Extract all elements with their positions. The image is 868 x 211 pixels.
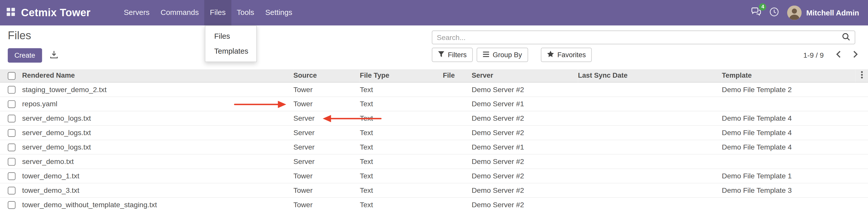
table-row[interactable]: server_demo_logs.txt Server Text Demo Se… [0,125,868,140]
app-screen: Cetmix Tower Servers Commands Files Tool… [0,0,868,211]
avatar [787,6,802,20]
user-menu-button[interactable]: Mitchell Admin [787,6,859,20]
col-header-server[interactable]: Server [472,69,578,82]
row-checkbox[interactable] [8,115,16,122]
search-submit-button[interactable] [838,32,855,42]
row-checkbox[interactable] [8,144,16,151]
row-checkbox[interactable] [8,201,16,209]
action-buttons: Create [8,48,59,63]
group-by-button[interactable]: Group By [477,48,528,62]
cell-file-type: Text [360,197,443,211]
clock-icon [770,7,779,19]
funnel-icon [438,51,444,59]
table-row[interactable]: staging_tower_demo_2.txt Tower Text Demo… [0,82,868,96]
col-header-template[interactable]: Template [722,69,855,82]
cell-last-sync-date [578,197,722,211]
files-table-body: staging_tower_demo_2.txt Tower Text Demo… [0,82,868,211]
search-options: Filters Group By Favorites [432,48,592,62]
files-dropdown-menu: Files Templates [205,26,257,62]
cell-server: Demo Server #2 [472,183,578,197]
cell-template: Demo File Template 4 [722,111,855,125]
table-row[interactable]: tower_demo_3.txt Tower Text Demo Server … [0,183,868,197]
cell-spacer [855,197,868,211]
cell-spacer [855,82,868,96]
cell-server: Demo Server #2 [472,111,578,125]
row-checkbox[interactable] [8,100,16,108]
cell-last-sync-date [578,125,722,140]
row-select-cell [0,183,22,197]
cell-rendered-name: server_demo_logs.txt [22,111,293,125]
cell-rendered-name: tower_demo_without_template_staging.txt [22,197,293,211]
cell-template: Demo File Template 4 [722,140,855,154]
cell-template [722,96,855,111]
col-header-rendered-name[interactable]: Rendered Name [22,69,293,82]
filters-button[interactable]: Filters [432,48,473,62]
dropdown-item-files[interactable]: Files [206,29,256,44]
cell-file [443,169,472,183]
favorites-button[interactable]: Favorites [541,48,592,62]
menu-servers[interactable]: Servers [118,0,155,26]
select-all-checkbox[interactable] [8,72,16,80]
table-row[interactable]: tower_demo_1.txt Tower Text Demo Server … [0,169,868,183]
table-row[interactable]: tower_demo_without_template_staging.txt … [0,197,868,211]
cell-rendered-name: tower_demo_3.txt [22,183,293,197]
create-button[interactable]: Create [8,48,42,63]
cell-template: Demo File Template 2 [722,82,855,96]
cell-last-sync-date [578,96,722,111]
cell-last-sync-date [578,169,722,183]
cell-file [443,197,472,211]
cell-last-sync-date [578,111,722,125]
cell-source: Tower [293,82,360,96]
row-checkbox[interactable] [8,86,16,94]
table-row[interactable]: server_demo_logs.txt Server Text Demo Se… [0,111,868,125]
cell-source: Tower [293,169,360,183]
col-header-file-type[interactable]: File Type [360,69,443,82]
row-select-cell [0,140,22,154]
col-header-last-sync-date[interactable]: Last Sync Date [578,69,722,82]
cell-source: Tower [293,96,360,111]
cell-file-type: Text [360,169,443,183]
favorites-label: Favorites [557,51,586,59]
messages-menu-button[interactable]: 4 [751,7,761,18]
col-header-source[interactable]: Source [293,69,360,82]
row-checkbox[interactable] [8,129,16,137]
menu-commands[interactable]: Commands [155,0,204,26]
cell-spacer [855,140,868,154]
search-input[interactable] [432,33,837,41]
menu-tools[interactable]: Tools [231,0,260,26]
activities-menu-button[interactable] [770,7,779,19]
dropdown-item-templates[interactable]: Templates [206,44,256,59]
cell-last-sync-date [578,183,722,197]
select-all-cell [0,69,22,82]
cell-last-sync-date [578,140,722,154]
cell-source: Server [293,154,360,169]
cell-template [722,197,855,211]
menu-files[interactable]: Files [204,0,231,26]
cell-file-type: Text [360,82,443,96]
cell-source: Server [293,140,360,154]
filters-label: Filters [448,51,467,59]
cell-file-type: Text [360,183,443,197]
col-header-file[interactable]: File [443,69,472,82]
menu-settings[interactable]: Settings [259,0,298,26]
cell-file-type: Text [360,96,443,111]
row-checkbox[interactable] [8,172,16,180]
table-row[interactable]: server_demo.txt Server Text Demo Server … [0,154,868,169]
cell-rendered-name: server_demo.txt [22,154,293,169]
table-row[interactable]: repos.yaml Tower Text Demo Server #1 [0,96,868,111]
app-title[interactable]: Cetmix Tower [21,7,91,19]
optional-columns-button[interactable] [855,69,868,82]
pager-previous-button[interactable] [833,49,844,61]
cell-file-type: Text [360,154,443,169]
pager-next-button[interactable] [850,49,861,61]
pager: 1-9 / 9 [803,48,861,62]
cell-source: Server [293,111,360,125]
import-button[interactable] [49,49,59,61]
row-checkbox[interactable] [8,187,16,194]
row-checkbox[interactable] [8,158,16,166]
table-row[interactable]: server_demo_logs.txt Server Text Demo Se… [0,140,868,154]
magnifier-icon [842,32,850,42]
cell-rendered-name: staging_tower_demo_2.txt [22,82,293,96]
apps-menu-button[interactable] [0,0,21,26]
cell-spacer [855,111,868,125]
